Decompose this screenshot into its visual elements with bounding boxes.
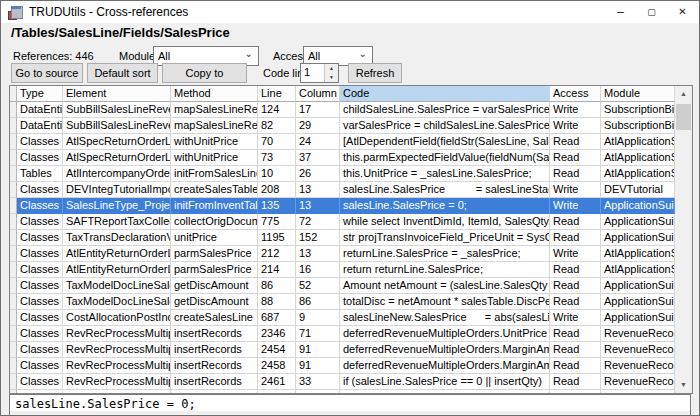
cell-access[interactable]: Read — [550, 214, 601, 230]
cell-method[interactable]: insertRecords — [171, 358, 258, 374]
default-sort-button[interactable]: Default sort — [87, 63, 158, 83]
row-header[interactable] — [10, 230, 17, 246]
cell-access[interactable]: Write — [550, 182, 601, 198]
cell-code[interactable]: deferredRevenueMultipleOrders.UnitPrice … — [340, 326, 550, 342]
cell-type[interactable]: DataEntity... — [17, 118, 63, 134]
cell-element[interactable]: DEVIntegTutorialImportSale... — [63, 182, 171, 198]
cell-module[interactable]: ApplicationSuite — [601, 198, 675, 214]
table-row[interactable]: ClassesTaxModelDocLineSalesLine...getDis… — [10, 294, 692, 310]
cell-type[interactable]: Classes — [17, 214, 63, 230]
cell-code[interactable]: returnLine.SalesPrice = _salesPrice; — [340, 246, 550, 262]
cell-column[interactable]: 91 — [296, 342, 340, 358]
close-button[interactable]: ✕ — [667, 1, 698, 23]
column-header-column[interactable]: Column — [296, 86, 340, 102]
cell-module[interactable]: AtlApplicationSuite — [601, 166, 675, 182]
cell-access[interactable]: Write — [550, 198, 601, 214]
cell-line[interactable]: 73 — [258, 150, 296, 166]
table-row[interactable]: ClassesRevRecProcessMultipleOrd...insert… — [10, 358, 692, 374]
table-row[interactable]: ClassesSalesLineType_ProjectItem...initF… — [10, 198, 692, 214]
cell-column[interactable]: 13 — [296, 246, 340, 262]
cell-module[interactable]: SubscriptionBilling — [601, 118, 675, 134]
table-row[interactable]: ClassesTaxModelDocLineSalesLine...getDis… — [10, 278, 692, 294]
cell-column[interactable]: 86 — [296, 294, 340, 310]
scroll-up-icon[interactable]: ▲ — [675, 86, 692, 102]
cell-method[interactable]: insertRecords — [171, 374, 258, 390]
cell-element[interactable]: RevRecProcessMultipleOrd... — [63, 358, 171, 374]
cell-element[interactable]: AtlEntityReturnOrderLine — [63, 262, 171, 278]
cell-access[interactable]: Read — [550, 230, 601, 246]
cell-module[interactable]: SubscriptionBilling — [601, 102, 675, 118]
table-row[interactable]: ClassesAtlEntityReturnOrderLineparmSales… — [10, 246, 692, 262]
refresh-button[interactable]: Refresh — [348, 63, 402, 83]
row-header[interactable] — [10, 358, 17, 374]
cell-element[interactable]: CostAllocationPostIndebted... — [63, 310, 171, 326]
cell-line[interactable]: 2458 — [258, 358, 296, 374]
cell-code[interactable]: this.parmExpectedFieldValue(fieldNum(Sal… — [340, 150, 550, 166]
cell-method[interactable]: insertRecords — [171, 342, 258, 358]
cell-type[interactable]: Tables — [17, 166, 63, 182]
cell-column[interactable]: 17 — [296, 102, 340, 118]
cell-type[interactable]: Classes — [17, 246, 63, 262]
cell-module[interactable]: ApplicationSuite — [601, 230, 675, 246]
cell-element[interactable]: SubBillSalesLineRevenueS... — [63, 118, 171, 134]
cell-type[interactable]: Classes — [17, 262, 63, 278]
cell-line[interactable]: 775 — [258, 214, 296, 230]
cell-access[interactable]: Write — [550, 246, 601, 262]
cell-method[interactable]: getDiscAmount — [171, 278, 258, 294]
scroll-left-icon[interactable]: ◄ — [10, 411, 27, 416]
cell-type[interactable]: Classes — [17, 182, 63, 198]
table-row[interactable]: ClassesRevRecProcessMultipleOrd...insert… — [10, 374, 692, 390]
cell-code[interactable]: str projTransInvoiceField_PriceUnit = Sy… — [340, 230, 550, 246]
cell-element[interactable]: RevRecProcessMultipleOrd... — [63, 342, 171, 358]
cell-access[interactable]: Read — [550, 278, 601, 294]
row-header[interactable] — [10, 214, 17, 230]
cell-element[interactable]: TaxModelDocLineSalesLine... — [63, 294, 171, 310]
cell-type[interactable]: Classes — [17, 358, 63, 374]
cell-line[interactable]: 135 — [258, 198, 296, 214]
cell-type[interactable]: Classes — [17, 150, 63, 166]
cell-method[interactable]: collectOrigDocumentLin... — [171, 214, 258, 230]
cell-line[interactable]: 212 — [258, 246, 296, 262]
cell-type[interactable]: Classes — [17, 230, 63, 246]
row-header[interactable] — [10, 310, 17, 326]
table-row[interactable]: ClassesAtlEntityReturnOrderLineparmSales… — [10, 262, 692, 278]
cell-line[interactable]: 124 — [258, 102, 296, 118]
table-row[interactable]: ClassesAtlSpecReturnOrderLinewithUnitPri… — [10, 150, 692, 166]
cell-column[interactable]: 33 — [296, 374, 340, 390]
cell-column[interactable]: 37 — [296, 150, 340, 166]
cell-element[interactable]: AtlSpecReturnOrderLine — [63, 134, 171, 150]
cell-module[interactable]: ApplicationSuite — [601, 214, 675, 230]
cell-module[interactable]: AtlApplicationSuite — [601, 150, 675, 166]
cell-column[interactable]: 29 — [296, 118, 340, 134]
cell-element[interactable]: SAFTReportTaxCollectionS... — [63, 214, 171, 230]
cell-line[interactable]: 86 — [258, 278, 296, 294]
row-header[interactable] — [10, 326, 17, 342]
spin-up-icon[interactable]: ▲ — [325, 64, 338, 73]
row-header[interactable] — [10, 102, 17, 118]
cell-method[interactable]: unitPrice — [171, 230, 258, 246]
scroll-right-icon[interactable]: ► — [673, 411, 690, 416]
cell-access[interactable]: Read — [550, 294, 601, 310]
table-row[interactable]: ClassesAtlSpecReturnOrderLinewithUnitPri… — [10, 134, 692, 150]
cell-module[interactable]: ApplicationSuite — [601, 278, 675, 294]
scrollbar-thumb[interactable] — [676, 104, 691, 130]
cell-module[interactable]: ApplicationSuite — [601, 310, 675, 326]
table-row[interactable]: TablesAtlIntercompanyOrderLineinitFromSa… — [10, 166, 692, 182]
cell-module[interactable]: AtlApplicationSuite — [601, 134, 675, 150]
cell-code[interactable]: salesLineNew.SalesPrice = abs(salesLineN… — [340, 310, 550, 326]
cell-module[interactable]: RevenueRecogn... — [601, 374, 675, 390]
cell-line[interactable]: 1195 — [258, 230, 296, 246]
cell-element[interactable]: AtlEntityReturnOrderLine — [63, 246, 171, 262]
cell-method[interactable]: mapSalesLineRevenue... — [171, 118, 258, 134]
column-header-method[interactable]: Method — [171, 86, 258, 102]
cell-column[interactable]: 72 — [296, 214, 340, 230]
column-header-code[interactable]: Code — [340, 86, 550, 102]
vertical-scrollbar[interactable]: ▲ ▼ — [675, 86, 692, 393]
copy-to-clipboard-button[interactable]: Copy to clipboard — [162, 63, 247, 83]
cell-code[interactable]: Amount netAmount = (salesLine.SalesQty *… — [340, 278, 550, 294]
cell-access[interactable]: Read — [550, 342, 601, 358]
cell-column[interactable]: 52 — [296, 278, 340, 294]
cell-method[interactable]: initFromInventTable — [171, 198, 258, 214]
code-lines-stepper[interactable]: 1 ▲ ▼ — [300, 63, 339, 83]
cell-module[interactable]: ApplicationSuite — [601, 294, 675, 310]
